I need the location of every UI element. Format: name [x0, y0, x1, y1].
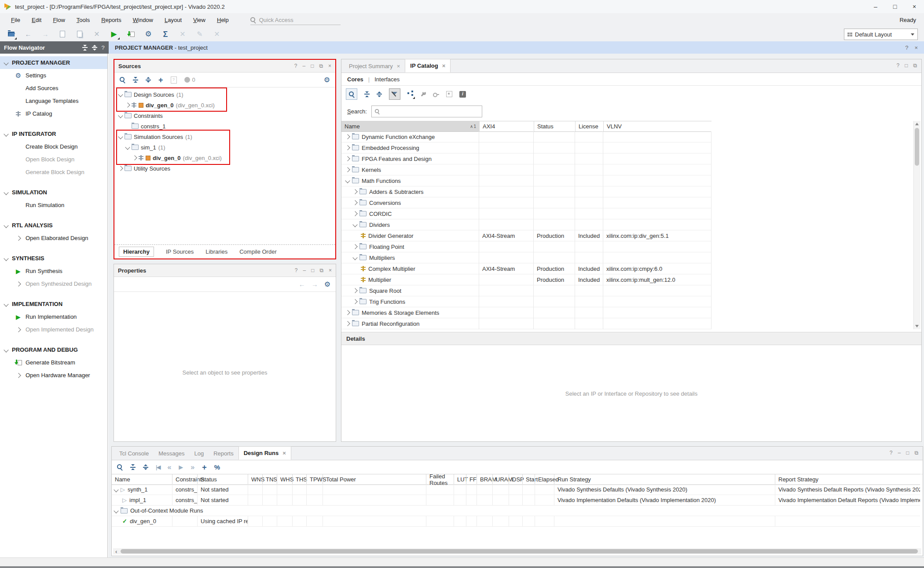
chevron-down-icon[interactable]: [118, 113, 123, 118]
sources-tab-compile-order[interactable]: Compile Order: [239, 248, 277, 255]
chevron-down-icon[interactable]: [118, 92, 123, 97]
sidebar-item-run-simulation[interactable]: Run Simulation: [0, 199, 107, 211]
cancel-run-button[interactable]: ✕: [179, 30, 187, 38]
gear-icon[interactable]: ⚙: [324, 76, 330, 84]
minimize-panel-icon[interactable]: –: [302, 63, 305, 69]
chevron-down-icon[interactable]: [125, 145, 130, 149]
sidebar-section-project-manager[interactable]: PROJECT MANAGER: [0, 56, 107, 69]
close-icon[interactable]: ×: [914, 45, 918, 51]
tab-ip-catalog[interactable]: IP Catalog×: [405, 59, 451, 73]
chevron-down-icon[interactable]: [352, 255, 357, 260]
column-header-axi4[interactable]: AXI4: [479, 121, 534, 131]
sidebar-item-add-sources[interactable]: Add Sources: [0, 82, 107, 95]
chevron-down-icon[interactable]: [4, 256, 8, 261]
settings-button[interactable]: ⚙: [144, 30, 152, 38]
ip-catalog-row-cordic[interactable]: CORDIC: [341, 208, 711, 219]
chevron-right-icon[interactable]: [345, 134, 350, 139]
vertical-scrollbar[interactable]: [913, 121, 920, 329]
menu-tools[interactable]: Tools: [71, 15, 95, 25]
edit-button[interactable]: ✎: [196, 30, 204, 38]
chevron-right-icon[interactable]: [345, 156, 350, 161]
collapse-all-icon[interactable]: [130, 464, 136, 470]
create-run-icon[interactable]: +: [202, 463, 207, 471]
menu-view[interactable]: View: [187, 15, 211, 25]
chevron-right-icon[interactable]: [352, 299, 357, 304]
copy-button[interactable]: [59, 30, 66, 38]
sidebar-item-open-hardware-manager[interactable]: Open Hardware Manager: [0, 369, 107, 382]
filter-button[interactable]: [389, 88, 400, 100]
menu-window[interactable]: Window: [127, 15, 159, 25]
sidebar-item-generate-block-design[interactable]: Generate Block Design: [0, 166, 107, 178]
close-tab-icon[interactable]: ×: [442, 63, 446, 69]
menu-help[interactable]: Help: [211, 15, 235, 25]
sidebar-section-program-and-debug[interactable]: PROGRAM AND DEBUG: [0, 343, 107, 356]
chevron-down-icon[interactable]: [4, 131, 8, 136]
column-header-whs[interactable]: WHS: [277, 474, 292, 484]
collapse-all-icon[interactable]: [133, 77, 138, 83]
chevron-down-icon[interactable]: [4, 60, 8, 65]
info-icon[interactable]: i: [459, 91, 466, 98]
tab-log[interactable]: Log: [189, 447, 209, 460]
add-sources-icon[interactable]: +: [158, 76, 163, 84]
column-header-ths[interactable]: THS: [292, 474, 306, 484]
help-panel-icon[interactable]: ?: [890, 450, 893, 455]
minimize-panel-icon[interactable]: –: [303, 268, 306, 273]
ip-catalog-row-multipliers[interactable]: Multipliers: [341, 252, 711, 263]
chevron-right-icon[interactable]: [352, 189, 357, 194]
tab-messages[interactable]: Messages: [154, 447, 189, 460]
chevron-right-icon[interactable]: [352, 211, 357, 216]
minimize-panel-icon[interactable]: –: [898, 450, 901, 455]
maximize-panel-icon[interactable]: □: [311, 63, 314, 69]
menu-edit[interactable]: Edit: [26, 15, 47, 25]
expand-all-icon[interactable]: [143, 464, 148, 470]
ip-catalog-row-kernels[interactable]: Kernels: [341, 164, 711, 175]
sources-tree-item-simulation-sources[interactable]: Simulation Sources(1): [114, 131, 335, 142]
sidebar-item-generate-bitstream[interactable]: Generate Bitstream: [0, 356, 107, 369]
launch-run-icon[interactable]: ▶: [179, 464, 183, 470]
close-panel-icon[interactable]: ×: [329, 268, 332, 273]
group-by-button[interactable]: [407, 91, 413, 98]
ip-catalog-row-embedded-processing[interactable]: Embedded Processing: [341, 142, 711, 153]
design-run-row-impl-1[interactable]: ▷impl_1constrs_1Not startedVivado Implem…: [112, 495, 920, 506]
column-header-report-strategy[interactable]: Report Strategy: [775, 474, 920, 484]
help-icon[interactable]: ?: [294, 63, 297, 69]
ip-catalog-row-square-root[interactable]: Square Root: [341, 285, 711, 296]
sources-tab-libraries[interactable]: Libraries: [205, 248, 227, 255]
next-run-icon[interactable]: »: [191, 464, 194, 471]
chevron-right-icon[interactable]: [132, 155, 137, 160]
menu-file[interactable]: File: [5, 15, 26, 25]
chevron-right-icon[interactable]: [345, 310, 350, 315]
tab-reports[interactable]: Reports: [209, 447, 238, 460]
help-panel-icon[interactable]: ?: [896, 63, 899, 68]
sources-tab-hierarchy[interactable]: Hierarchy: [119, 247, 154, 257]
sidebar-item-open-synthesized-design[interactable]: Open Synthesized Design: [0, 277, 107, 290]
minimize-button[interactable]: –: [866, 0, 885, 13]
undo-button[interactable]: ←: [24, 30, 32, 38]
previous-run-icon[interactable]: «: [167, 464, 171, 471]
sources-tree-item-design-sources[interactable]: Design Sources(1): [114, 89, 335, 100]
column-header-lut[interactable]: LUT: [454, 474, 466, 484]
ip-catalog-row-floating-point[interactable]: Floating Point: [341, 241, 711, 252]
chevron-down-icon[interactable]: [4, 347, 8, 352]
subnav-cores[interactable]: Cores: [347, 76, 363, 83]
sidebar-item-open-block-design[interactable]: Open Block Design: [0, 153, 107, 166]
subnav-interfaces[interactable]: Interfaces: [374, 76, 400, 83]
ip-catalog-row-complex-multiplier[interactable]: Complex MultiplierAXI4-StreamProductionI…: [341, 263, 711, 274]
collapse-all-icon[interactable]: [82, 45, 88, 51]
expand-all-icon[interactable]: [146, 77, 151, 83]
chevron-right-icon[interactable]: [352, 200, 357, 205]
report-ip-status-icon[interactable]: ?: [171, 76, 177, 84]
sidebar-item-run-implementation[interactable]: ▶Run Implementation: [0, 310, 107, 323]
design-run-row-synth-1[interactable]: ▷synth_1constrs_1Not startedVivado Synth…: [112, 484, 920, 495]
sources-tree-item-div-gen-0[interactable]: div_gen_0(div_gen_0.xci): [114, 100, 335, 110]
expand-all-icon[interactable]: [377, 91, 382, 97]
sources-tree-item-constraints[interactable]: Constraints: [114, 110, 335, 121]
sources-tree-item-utility-sources[interactable]: Utility Sources: [114, 163, 335, 174]
first-run-icon[interactable]: |◀: [156, 464, 160, 470]
sidebar-item-language-templates[interactable]: Language Templates: [0, 95, 107, 107]
float-panel-icon[interactable]: ⧉: [319, 63, 323, 69]
column-header-tpws[interactable]: TPWS: [306, 474, 323, 484]
column-header-wns[interactable]: WNS: [248, 474, 262, 484]
chevron-right-icon[interactable]: [118, 166, 123, 171]
column-header-uram[interactable]: URAM: [492, 474, 509, 484]
